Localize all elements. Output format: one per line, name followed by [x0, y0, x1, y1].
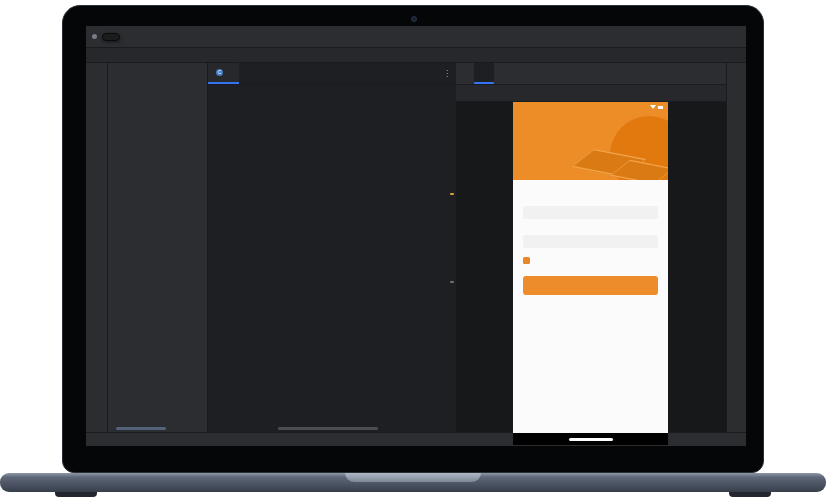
android-status-bar — [513, 102, 668, 112]
running-devices-header — [456, 63, 726, 85]
laptop-lid-notch — [345, 473, 481, 482]
project-tool-window — [108, 63, 208, 432]
device-controls-toolbar — [456, 85, 726, 102]
password-field[interactable] — [523, 235, 658, 248]
editor-options-icon[interactable]: ⋮ — [443, 69, 451, 78]
login-header-art — [513, 102, 668, 180]
running-devices-panel — [456, 63, 726, 432]
username-field[interactable] — [523, 206, 658, 219]
error-stripe-mark[interactable] — [450, 281, 454, 283]
laptop-screen: C ⋮ — [62, 5, 764, 473]
right-tool-window-bar — [726, 63, 746, 432]
editor-tab-bar: C ⋮ — [208, 63, 456, 85]
screenshot-stage: C ⋮ — [0, 0, 826, 500]
code-editor: C ⋮ — [208, 63, 456, 432]
remember-password-checkbox[interactable] — [523, 257, 530, 264]
code-area[interactable] — [208, 85, 456, 432]
device-tab-resizable[interactable] — [474, 63, 494, 84]
login-button[interactable] — [523, 276, 658, 295]
emulator-screen[interactable] — [513, 102, 668, 445]
project-tree-scrollbar[interactable] — [116, 427, 166, 430]
login-card — [513, 180, 668, 433]
breadcrumb — [86, 48, 746, 63]
laptop-base — [0, 473, 826, 492]
window-control-dot[interactable] — [92, 34, 97, 39]
wifi-icon — [650, 105, 656, 109]
webcam-dot — [411, 16, 417, 22]
editor-tab-loginactivity[interactable]: C — [208, 63, 239, 84]
ishot-tooltip — [102, 33, 120, 41]
left-tool-window-bar — [86, 63, 108, 432]
home-pill[interactable] — [569, 438, 613, 441]
laptop-foot — [729, 492, 771, 497]
laptop-foot — [55, 492, 97, 497]
project-tree — [108, 81, 207, 432]
editor-hscrollbar[interactable] — [278, 427, 378, 430]
java-class-icon: C — [216, 69, 223, 76]
error-stripe-mark[interactable] — [450, 193, 454, 195]
battery-icon — [658, 106, 663, 109]
android-studio-window: C ⋮ — [86, 26, 746, 446]
main-toolbar — [86, 26, 746, 48]
project-panel-header[interactable] — [108, 63, 207, 81]
android-nav-bar — [513, 433, 668, 445]
